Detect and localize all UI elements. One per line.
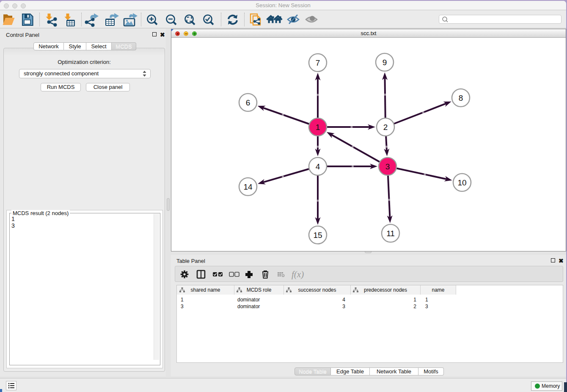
svg-text:2: 2 xyxy=(383,123,388,132)
svg-text:8: 8 xyxy=(459,94,463,102)
svg-text:11: 11 xyxy=(386,229,395,238)
svg-text:1: 1 xyxy=(316,123,320,132)
svg-text:7: 7 xyxy=(316,58,320,67)
svg-text:4: 4 xyxy=(316,162,320,171)
svg-text:f(x): f(x) xyxy=(292,269,304,279)
svg-text:3: 3 xyxy=(385,162,390,171)
svg-text:10: 10 xyxy=(457,178,466,187)
svg-text:6: 6 xyxy=(246,98,250,107)
svg-text:15: 15 xyxy=(313,231,322,240)
svg-text:14: 14 xyxy=(243,182,253,191)
svg-text:9: 9 xyxy=(383,58,387,67)
